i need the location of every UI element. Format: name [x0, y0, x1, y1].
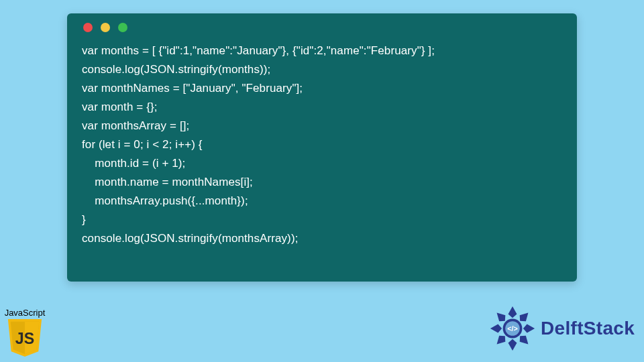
js-letters: JS	[15, 330, 34, 347]
javascript-badge: JavaScript JS	[1, 308, 48, 357]
svg-marker-9	[490, 324, 502, 333]
maximize-dot-icon	[118, 23, 127, 32]
minimize-dot-icon	[101, 23, 110, 32]
javascript-label: JavaScript	[1, 308, 48, 318]
delftstack-name: DelftStack	[541, 318, 635, 339]
svg-text:</>: </>	[507, 324, 518, 333]
svg-marker-7	[508, 339, 517, 351]
svg-marker-5	[523, 324, 535, 333]
javascript-logo-icon: JS	[7, 319, 42, 357]
code-block: var months = [ {"id":1,"name":"January"}…	[82, 42, 562, 248]
close-dot-icon	[83, 23, 93, 32]
delftstack-brand: </> DelftStack	[488, 304, 635, 353]
svg-marker-3	[508, 306, 517, 318]
code-window: var months = [ {"id":1,"name":"January"}…	[67, 13, 577, 282]
delftstack-logo-icon: </>	[488, 304, 537, 353]
window-dots	[82, 23, 562, 32]
